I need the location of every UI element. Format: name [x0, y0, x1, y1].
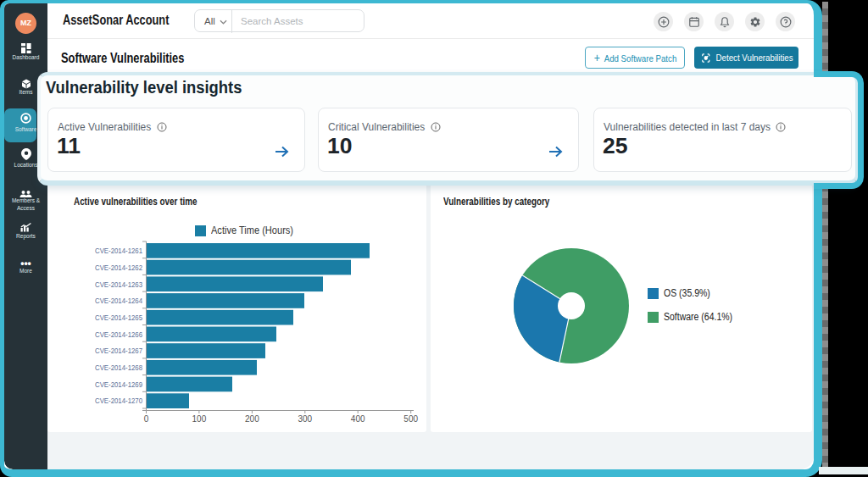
svg-text:CVE-2014-1268: CVE-2014-1268 — [95, 363, 142, 372]
svg-text:0: 0 — [144, 414, 149, 424]
svg-text:CVE-2014-1270: CVE-2014-1270 — [95, 397, 142, 405]
svg-text:CVE-2014-1264: CVE-2014-1264 — [95, 297, 142, 305]
svg-text:300: 300 — [298, 414, 312, 424]
svg-text:CVE-2014-1267: CVE-2014-1267 — [95, 347, 142, 355]
svg-text:CVE-2014-1261: CVE-2014-1261 — [95, 247, 142, 255]
svg-text:CVE-2014-1262: CVE-2014-1262 — [95, 263, 142, 272]
svg-text:CVE-2014-1266: CVE-2014-1266 — [95, 330, 142, 339]
svg-text:100: 100 — [192, 414, 207, 424]
svg-text:CVE-2014-1269: CVE-2014-1269 — [95, 380, 142, 389]
svg-text:500: 500 — [403, 414, 418, 424]
svg-text:200: 200 — [245, 414, 259, 424]
svg-text:400: 400 — [351, 414, 365, 424]
svg-text:CVE-2014-1265: CVE-2014-1265 — [95, 313, 142, 322]
svg-text:CVE-2014-1263: CVE-2014-1263 — [95, 280, 142, 289]
